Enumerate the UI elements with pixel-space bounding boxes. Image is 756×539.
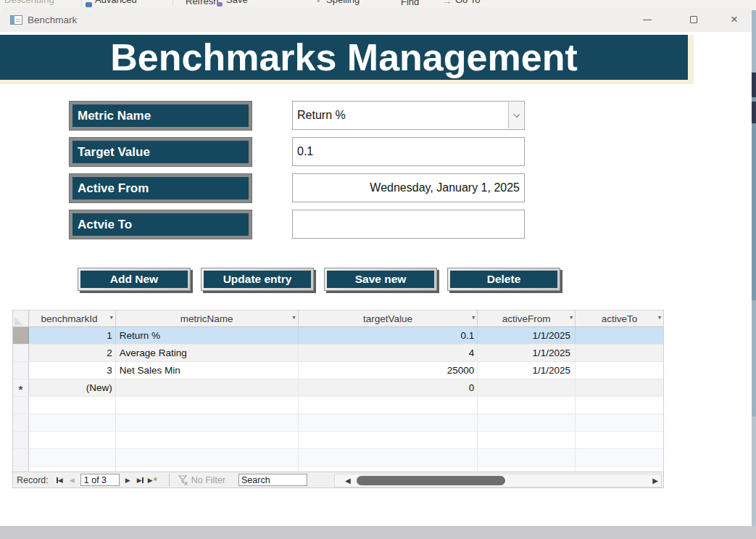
active-from-input[interactable]: Wednesday, January 1, 2025 [292, 173, 525, 202]
spell-check-icon: ✓ [316, 0, 323, 5]
save-new-button[interactable]: Save new [324, 268, 437, 291]
first-record-button[interactable]: ◀ [54, 474, 66, 486]
window-title: Benchmark [28, 7, 77, 32]
select-all-corner[interactable] [13, 310, 29, 326]
minimize-icon [643, 20, 652, 20]
target-value-text: 0.1 [297, 145, 313, 158]
goto-arrow-icon: → [442, 0, 452, 7]
advanced-filter-icon [86, 2, 92, 7]
delete-button[interactable]: Delete [447, 268, 560, 291]
filter-dropdown-icon[interactable]: ▾ [293, 315, 296, 321]
column-header-activefrom[interactable]: activeFrom ▾ [478, 310, 576, 326]
first-record-icon: ◀ [58, 477, 63, 484]
new-record-asterisk-icon: * [154, 475, 157, 486]
last-record-button[interactable]: ▶ [134, 474, 146, 486]
record-selector[interactable] [13, 362, 29, 379]
new-record-icon: * [19, 383, 23, 395]
record-navigation-bar: Record: ◀ ◀ 1 of 3 ▶ ▶ ▶* No Filter ◀ ▶ [12, 472, 664, 488]
active-to-input[interactable] [292, 210, 525, 239]
column-header-metricname[interactable]: metricName ▾ [116, 310, 299, 326]
previous-record-button[interactable]: ◀ [66, 474, 78, 486]
active-from-text: Wednesday, January 1, 2025 [370, 181, 520, 194]
filter-dropdown-icon[interactable]: ▾ [472, 315, 475, 321]
table-row[interactable]: 2 Average Rating 4 1/1/2025 [13, 345, 663, 362]
access-form-icon [10, 15, 22, 25]
ribbon-item-refresh[interactable]: Refresh [186, 0, 219, 7]
close-icon: × [731, 12, 738, 27]
ribbon-item-find[interactable]: Find [401, 0, 419, 7]
new-record-arrow-icon: ▶ [148, 477, 153, 484]
record-position-box[interactable]: 1 of 3 [80, 474, 120, 486]
table-row[interactable]: 3 Net Sales Min 25000 1/1/2025 [13, 362, 663, 379]
field-label-target-value: Target Value [69, 137, 252, 167]
empty-row [13, 466, 663, 472]
filter-dropdown-icon[interactable]: ▾ [110, 315, 113, 321]
record-label: Record: [17, 475, 49, 485]
select-all-icon [14, 317, 22, 325]
ribbon-item-descending[interactable]: Descending [4, 0, 54, 5]
table-row-new[interactable]: * (New) 0 [13, 379, 663, 397]
field-label-active-to: Actvie To [69, 210, 252, 239]
form-header-banner: Benchmarks Management [0, 35, 694, 84]
previous-record-icon: ◀ [70, 477, 75, 484]
close-button[interactable]: × [719, 7, 749, 32]
scroll-right-icon[interactable]: ▶ [652, 477, 658, 485]
combo-dropdown-button[interactable] [508, 102, 523, 128]
record-selector[interactable] [13, 345, 29, 361]
save-record-icon [217, 2, 223, 7]
empty-row [13, 449, 663, 466]
ribbon-item-advanced[interactable]: Advanced [95, 0, 137, 5]
next-record-icon: ▶ [125, 477, 130, 484]
ribbon-item-spelling[interactable]: Spelling [326, 0, 360, 5]
new-record-selector[interactable]: * [13, 379, 29, 396]
horizontal-scrollbar[interactable]: ◀ ▶ [334, 474, 662, 487]
ribbon-item-goto[interactable]: Go To [455, 0, 480, 5]
datasheet: benchmarkId ▾ metricName ▾ targetValue ▾… [12, 310, 664, 472]
metric-name-combobox[interactable]: Return % [292, 101, 525, 130]
ribbon-separator [81, 0, 82, 7]
scroll-left-icon[interactable]: ◀ [345, 477, 351, 485]
field-label-metric-name: Metric Name [69, 101, 252, 131]
datasheet-header-row: benchmarkId ▾ metricName ▾ targetValue ▾… [13, 310, 663, 327]
next-record-button[interactable]: ▶ [122, 474, 134, 486]
target-value-input[interactable]: 0.1 [292, 137, 525, 166]
page-title: Benchmarks Management [110, 36, 577, 79]
nav-separator [169, 474, 170, 486]
new-record-button[interactable]: ▶* [146, 474, 159, 486]
maximize-icon [690, 16, 697, 23]
no-filter-button[interactable]: No Filter [174, 475, 230, 485]
field-label-active-from: Active From [69, 173, 252, 203]
chevron-down-icon [513, 111, 520, 118]
window-edge-strip [752, 10, 756, 526]
metric-name-value: Return % [297, 109, 346, 122]
filter-funnel-icon [178, 475, 188, 485]
ribbon-item-save[interactable]: Save [226, 0, 248, 5]
column-header-benchmarkid[interactable]: benchmarkId ▾ [29, 310, 116, 326]
empty-row [13, 414, 663, 432]
banner-background: Benchmarks Management [0, 35, 688, 80]
table-row[interactable]: 1 Return % 0.1 1/1/2025 [13, 327, 663, 345]
minimize-button[interactable] [632, 7, 662, 32]
empty-row [13, 397, 663, 414]
status-bar [0, 526, 756, 539]
no-filter-label: No Filter [191, 475, 225, 485]
scrollbar-thumb[interactable] [357, 476, 505, 485]
record-selector[interactable] [13, 327, 29, 344]
add-new-button[interactable]: Add New [78, 268, 191, 291]
last-record-icon: ▶ [137, 477, 142, 484]
maximize-button[interactable] [678, 7, 709, 32]
column-header-activeto[interactable]: activeTo ▾ [576, 310, 663, 326]
search-input[interactable] [238, 474, 307, 486]
filter-dropdown-icon[interactable]: ▾ [570, 315, 573, 321]
form-window-titlebar: Benchmark × [0, 7, 752, 32]
update-entry-button[interactable]: Update entry [201, 268, 314, 291]
ribbon-separator [173, 0, 173, 7]
empty-row [13, 432, 663, 449]
column-header-targetvalue[interactable]: targetValue ▾ [299, 310, 478, 326]
filter-dropdown-icon[interactable]: ▾ [658, 315, 661, 321]
